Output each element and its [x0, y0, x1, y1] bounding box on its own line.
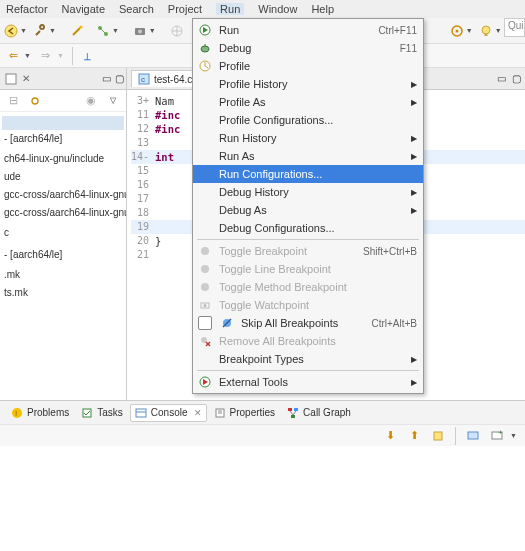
tree-item[interactable]: [2, 116, 124, 130]
menu-item-debug-as[interactable]: Debug As▶: [193, 201, 423, 219]
tab-properties[interactable]: Properties: [209, 404, 281, 422]
menu-bar[interactable]: RefactorNavigateSearchProjectRunWindowHe…: [0, 0, 525, 18]
console-output[interactable]: [0, 446, 525, 551]
tree-item[interactable]: .mk: [2, 266, 124, 284]
tree-item[interactable]: ude: [2, 168, 124, 186]
wand-icon[interactable]: [70, 22, 84, 40]
menu-item-debug[interactable]: DebugF11: [193, 39, 423, 57]
menu-project[interactable]: Project: [168, 3, 202, 15]
nav-back-icon[interactable]: [4, 22, 18, 40]
menu-item-run-configurations[interactable]: Run Configurations...: [193, 165, 423, 183]
close-tab-icon[interactable]: ✕: [22, 73, 30, 84]
camera-icon[interactable]: [133, 22, 147, 40]
dropdown-caret-icon[interactable]: ▼: [24, 52, 31, 59]
link-editor-icon[interactable]: [26, 92, 44, 110]
svg-point-43: [204, 304, 207, 307]
menu-item-run[interactable]: RunCtrl+F11: [193, 21, 423, 39]
menu-search[interactable]: Search: [119, 3, 154, 15]
pin-icon[interactable]: [429, 427, 447, 445]
tree-item[interactable]: ts.mk: [2, 284, 124, 302]
connect-icon[interactable]: [96, 22, 110, 40]
checkbox-icon: [197, 316, 213, 330]
view-tab-icon[interactable]: [2, 70, 20, 88]
tree-item[interactable]: ch64-linux-gnu/include: [2, 150, 124, 168]
close-icon[interactable]: ✕: [194, 408, 202, 418]
globe-icon[interactable]: [170, 22, 184, 40]
menu-item-label: External Tools: [219, 376, 405, 388]
menu-item-skip-all-breakpoints[interactable]: Skip All BreakpointsCtrl+Alt+B: [193, 314, 423, 332]
submenu-arrow-icon: ▶: [411, 80, 417, 89]
menu-item-profile-history[interactable]: Profile History▶: [193, 75, 423, 93]
pipe-icon[interactable]: ⟂: [79, 47, 97, 65]
menu-item-debug-configurations[interactable]: Debug Configurations...: [193, 219, 423, 237]
dropdown-caret-icon[interactable]: ▼: [495, 27, 502, 34]
menu-item-label: Debug History: [219, 186, 405, 198]
dropdown-caret-icon[interactable]: ▼: [57, 52, 64, 59]
new-console-icon[interactable]: +: [488, 427, 506, 445]
menu-refactor[interactable]: Refactor: [6, 3, 48, 15]
focus-icon[interactable]: ◉: [82, 92, 100, 110]
tab-problems[interactable]: !Problems: [6, 404, 74, 422]
dropdown-caret-icon[interactable]: ▼: [149, 27, 156, 34]
menu-item-label: Toggle Method Breakpoint: [219, 281, 417, 293]
submenu-arrow-icon: ▶: [411, 188, 417, 197]
tree-item[interactable]: - [aarch64/le]: [2, 246, 124, 264]
svg-rect-16: [6, 74, 16, 84]
debug-icon: [197, 42, 213, 54]
minimize-icon[interactable]: ▭: [497, 73, 506, 84]
rem-icon: [197, 335, 213, 347]
arrow-down-icon[interactable]: ⬇: [381, 427, 399, 445]
project-explorer-pane: ✕ ▭ ▢ ⊟ ◉ ▽ - [aarch64/le]ch64-linux-gnu…: [0, 68, 127, 400]
menu-item-debug-history[interactable]: Debug History▶: [193, 183, 423, 201]
quick-access-input[interactable]: Qui: [504, 18, 525, 37]
menu-item-toggle-watchpoint: Toggle Watchpoint: [193, 296, 423, 314]
menu-help[interactable]: Help: [311, 3, 334, 15]
editor-tab[interactable]: c test-64.c: [131, 70, 199, 87]
target-icon[interactable]: [450, 22, 464, 40]
submenu-arrow-icon: ▶: [411, 152, 417, 161]
tab-call-graph[interactable]: Call Graph: [282, 404, 356, 422]
menu-run[interactable]: Run: [216, 3, 244, 15]
forward-arrow-icon[interactable]: ⇒: [37, 47, 55, 65]
tree-item[interactable]: - [aarch64/le]: [2, 130, 124, 148]
wrench-icon[interactable]: [33, 22, 47, 40]
menu-item-profile-as[interactable]: Profile As▶: [193, 93, 423, 111]
tree-item[interactable]: gcc-cross/aarch64-linux-gnu: [2, 186, 124, 204]
lightbulb-icon[interactable]: [479, 22, 493, 40]
menu-navigate[interactable]: Navigate: [62, 3, 105, 15]
tree-item[interactable]: gcc-cross/aarch64-linux-gnu: [2, 204, 124, 222]
arrow-up-icon[interactable]: ⬆: [405, 427, 423, 445]
dropdown-caret-icon[interactable]: ▼: [20, 27, 27, 34]
menu-item-profile[interactable]: Profile: [193, 57, 423, 75]
svg-text:!: !: [15, 409, 17, 418]
back-arrow-icon[interactable]: ⇐: [4, 47, 22, 65]
dropdown-caret-icon[interactable]: ▼: [510, 432, 517, 439]
tab-tasks[interactable]: Tasks: [76, 404, 128, 422]
dropdown-caret-icon[interactable]: ▼: [49, 27, 56, 34]
menu-item-profile-configurations[interactable]: Profile Configurations...: [193, 111, 423, 129]
tab-console[interactable]: Console✕: [130, 404, 207, 422]
dropdown-caret-icon[interactable]: ▼: [112, 27, 119, 34]
menu-item-label: Run As: [219, 150, 405, 162]
menu-item-shortcut: F11: [400, 43, 417, 54]
menu-item-external-tools[interactable]: External Tools▶: [193, 373, 423, 391]
menu-item-breakpoint-types[interactable]: Breakpoint Types▶: [193, 350, 423, 368]
wp-icon: [197, 299, 213, 311]
project-tree[interactable]: - [aarch64/le]ch64-linux-gnu/includeudeg…: [0, 112, 126, 306]
svg-point-1: [79, 25, 82, 28]
maximize-icon[interactable]: ▢: [115, 73, 124, 84]
maximize-icon[interactable]: ▢: [512, 73, 521, 84]
bp-icon: [197, 263, 213, 275]
submenu-arrow-icon: ▶: [411, 98, 417, 107]
collapse-all-icon[interactable]: ⊟: [4, 92, 22, 110]
display-icon[interactable]: [464, 427, 482, 445]
minimize-icon[interactable]: ▭: [102, 73, 111, 84]
menu-item-run-history[interactable]: Run History▶: [193, 129, 423, 147]
dropdown-caret-icon[interactable]: ▼: [466, 27, 473, 34]
tree-item[interactable]: c: [2, 224, 124, 242]
tab-label: Problems: [27, 407, 69, 418]
menu-item-run-as[interactable]: Run As▶: [193, 147, 423, 165]
view-menu-icon[interactable]: ▽: [104, 92, 122, 110]
menu-window[interactable]: Window: [258, 3, 297, 15]
submenu-arrow-icon: ▶: [411, 355, 417, 364]
